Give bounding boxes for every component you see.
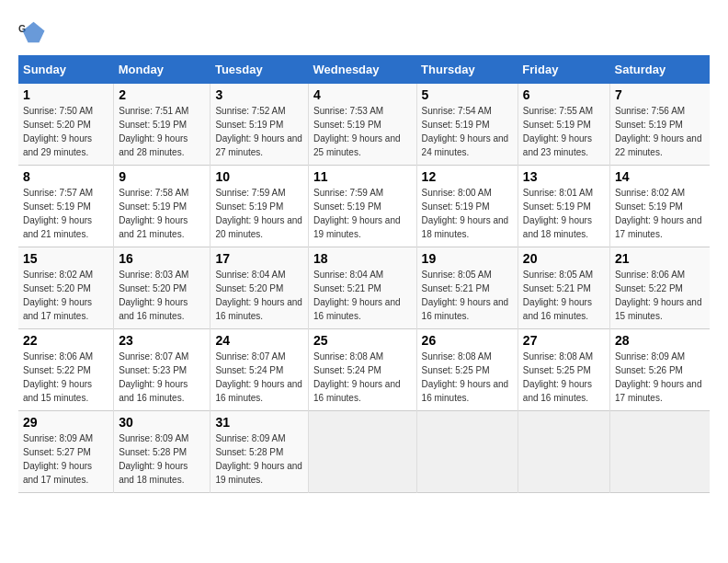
calendar-cell: 9 Sunrise: 7:58 AMSunset: 5:19 PMDayligh…	[114, 166, 210, 247]
calendar-cell: 29 Sunrise: 8:09 AMSunset: 5:27 PMDaylig…	[18, 411, 114, 493]
calendar-cell: 25 Sunrise: 8:08 AMSunset: 5:24 PMDaylig…	[309, 329, 417, 411]
day-info: Sunrise: 8:08 AMSunset: 5:24 PMDaylight:…	[313, 351, 401, 403]
day-info: Sunrise: 7:57 AMSunset: 5:19 PMDaylight:…	[23, 188, 93, 239]
day-info: Sunrise: 8:02 AMSunset: 5:20 PMDaylight:…	[23, 270, 93, 321]
week-row-4: 22 Sunrise: 8:06 AMSunset: 5:22 PMDaylig…	[18, 329, 710, 411]
calendar-cell: 8 Sunrise: 7:57 AMSunset: 5:19 PMDayligh…	[18, 166, 114, 247]
calendar-cell: 5 Sunrise: 7:54 AMSunset: 5:19 PMDayligh…	[416, 84, 518, 166]
calendar-cell: 22 Sunrise: 8:06 AMSunset: 5:22 PMDaylig…	[18, 329, 114, 411]
day-info: Sunrise: 8:09 AMSunset: 5:26 PMDaylight:…	[615, 351, 702, 403]
day-number: 14	[615, 169, 705, 184]
day-number: 3	[215, 87, 303, 102]
day-info: Sunrise: 8:04 AMSunset: 5:20 PMDaylight:…	[215, 270, 302, 321]
calendar-header: SundayMondayTuesdayWednesdayThursdayFrid…	[18, 55, 710, 84]
day-number: 7	[615, 87, 705, 102]
day-info: Sunrise: 7:56 AMSunset: 5:19 PMDaylight:…	[615, 106, 702, 157]
day-number: 18	[313, 251, 412, 266]
calendar-cell: 3 Sunrise: 7:52 AMSunset: 5:19 PMDayligh…	[210, 84, 309, 166]
day-info: Sunrise: 7:53 AMSunset: 5:19 PMDaylight:…	[313, 106, 401, 157]
header-thursday: Thursday	[416, 55, 518, 84]
day-number: 31	[215, 415, 303, 430]
day-number: 21	[615, 251, 705, 266]
calendar-cell: 27 Sunrise: 8:08 AMSunset: 5:25 PMDaylig…	[518, 329, 609, 411]
day-info: Sunrise: 7:50 AMSunset: 5:20 PMDaylight:…	[23, 106, 93, 157]
calendar-cell: 21 Sunrise: 8:06 AMSunset: 5:22 PMDaylig…	[609, 247, 710, 329]
day-number: 30	[119, 415, 205, 430]
day-number: 26	[422, 333, 513, 348]
day-number: 17	[215, 251, 303, 266]
day-number: 27	[523, 333, 605, 348]
day-number: 19	[422, 251, 513, 266]
day-info: Sunrise: 8:08 AMSunset: 5:25 PMDaylight:…	[422, 351, 509, 403]
calendar-cell: 26 Sunrise: 8:08 AMSunset: 5:25 PMDaylig…	[416, 329, 518, 411]
day-info: Sunrise: 7:58 AMSunset: 5:19 PMDaylight:…	[119, 188, 188, 239]
day-number: 5	[422, 87, 513, 102]
day-info: Sunrise: 7:59 AMSunset: 5:19 PMDaylight:…	[215, 188, 302, 239]
calendar-cell: 18 Sunrise: 8:04 AMSunset: 5:21 PMDaylig…	[309, 247, 417, 329]
day-number: 22	[23, 333, 108, 348]
day-number: 28	[615, 333, 705, 348]
calendar-cell: 24 Sunrise: 8:07 AMSunset: 5:24 PMDaylig…	[210, 329, 309, 411]
logo-icon: G	[18, 18, 46, 46]
calendar-cell: 15 Sunrise: 8:02 AMSunset: 5:20 PMDaylig…	[18, 247, 114, 329]
calendar-cell	[609, 411, 710, 493]
day-number: 24	[215, 333, 303, 348]
calendar-cell: 20 Sunrise: 8:05 AMSunset: 5:21 PMDaylig…	[518, 247, 609, 329]
calendar-cell: 12 Sunrise: 8:00 AMSunset: 5:19 PMDaylig…	[416, 166, 518, 247]
day-info: Sunrise: 8:04 AMSunset: 5:21 PMDaylight:…	[313, 270, 401, 321]
day-number: 29	[23, 415, 108, 430]
header-tuesday: Tuesday	[210, 55, 309, 84]
header-monday: Monday	[114, 55, 210, 84]
calendar-cell: 11 Sunrise: 7:59 AMSunset: 5:19 PMDaylig…	[309, 166, 417, 247]
day-info: Sunrise: 8:09 AMSunset: 5:28 PMDaylight:…	[215, 433, 302, 485]
day-info: Sunrise: 8:05 AMSunset: 5:21 PMDaylight:…	[523, 270, 593, 321]
calendar-cell: 6 Sunrise: 7:55 AMSunset: 5:19 PMDayligh…	[518, 84, 609, 166]
calendar-cell: 10 Sunrise: 7:59 AMSunset: 5:19 PMDaylig…	[210, 166, 309, 247]
day-info: Sunrise: 7:52 AMSunset: 5:19 PMDaylight:…	[215, 106, 302, 157]
calendar-body: 1 Sunrise: 7:50 AMSunset: 5:20 PMDayligh…	[18, 84, 710, 493]
calendar-cell: 17 Sunrise: 8:04 AMSunset: 5:20 PMDaylig…	[210, 247, 309, 329]
day-number: 13	[523, 169, 605, 184]
calendar-cell: 16 Sunrise: 8:03 AMSunset: 5:20 PMDaylig…	[114, 247, 210, 329]
day-number: 9	[119, 169, 205, 184]
calendar-cell: 13 Sunrise: 8:01 AMSunset: 5:19 PMDaylig…	[518, 166, 609, 247]
calendar-cell: 1 Sunrise: 7:50 AMSunset: 5:20 PMDayligh…	[18, 84, 114, 166]
day-info: Sunrise: 8:07 AMSunset: 5:24 PMDaylight:…	[215, 351, 302, 403]
calendar-cell	[416, 411, 518, 493]
day-number: 8	[23, 169, 108, 184]
day-info: Sunrise: 8:05 AMSunset: 5:21 PMDaylight:…	[422, 270, 509, 321]
calendar-cell: 31 Sunrise: 8:09 AMSunset: 5:28 PMDaylig…	[210, 411, 309, 493]
calendar-cell: 14 Sunrise: 8:02 AMSunset: 5:19 PMDaylig…	[609, 166, 710, 247]
day-info: Sunrise: 8:09 AMSunset: 5:27 PMDaylight:…	[23, 433, 93, 485]
day-number: 23	[119, 333, 205, 348]
calendar-cell	[309, 411, 417, 493]
header: G	[18, 18, 710, 46]
day-info: Sunrise: 8:06 AMSunset: 5:22 PMDaylight:…	[615, 270, 702, 321]
day-info: Sunrise: 8:02 AMSunset: 5:19 PMDaylight:…	[615, 188, 702, 239]
day-info: Sunrise: 8:06 AMSunset: 5:22 PMDaylight:…	[23, 351, 93, 403]
day-number: 12	[422, 169, 513, 184]
week-row-1: 1 Sunrise: 7:50 AMSunset: 5:20 PMDayligh…	[18, 84, 710, 166]
day-number: 15	[23, 251, 108, 266]
day-number: 20	[523, 251, 605, 266]
week-row-5: 29 Sunrise: 8:09 AMSunset: 5:27 PMDaylig…	[18, 411, 710, 493]
calendar-cell: 23 Sunrise: 8:07 AMSunset: 5:23 PMDaylig…	[114, 329, 210, 411]
header-wednesday: Wednesday	[309, 55, 417, 84]
day-number: 25	[313, 333, 412, 348]
calendar-cell: 2 Sunrise: 7:51 AMSunset: 5:19 PMDayligh…	[114, 84, 210, 166]
day-info: Sunrise: 7:51 AMSunset: 5:19 PMDaylight:…	[119, 106, 188, 157]
day-info: Sunrise: 7:55 AMSunset: 5:19 PMDaylight:…	[523, 106, 593, 157]
header-saturday: Saturday	[609, 55, 710, 84]
day-number: 16	[119, 251, 205, 266]
day-info: Sunrise: 7:59 AMSunset: 5:19 PMDaylight:…	[313, 188, 401, 239]
day-number: 10	[215, 169, 303, 184]
calendar-table: SundayMondayTuesdayWednesdayThursdayFrid…	[18, 55, 710, 493]
day-info: Sunrise: 7:54 AMSunset: 5:19 PMDaylight:…	[422, 106, 509, 157]
week-row-3: 15 Sunrise: 8:02 AMSunset: 5:20 PMDaylig…	[18, 247, 710, 329]
day-info: Sunrise: 8:01 AMSunset: 5:19 PMDaylight:…	[523, 188, 593, 239]
calendar-cell	[518, 411, 609, 493]
header-sunday: Sunday	[18, 55, 114, 84]
day-number: 4	[313, 87, 412, 102]
day-info: Sunrise: 8:08 AMSunset: 5:25 PMDaylight:…	[523, 351, 593, 403]
calendar-cell: 30 Sunrise: 8:09 AMSunset: 5:28 PMDaylig…	[114, 411, 210, 493]
